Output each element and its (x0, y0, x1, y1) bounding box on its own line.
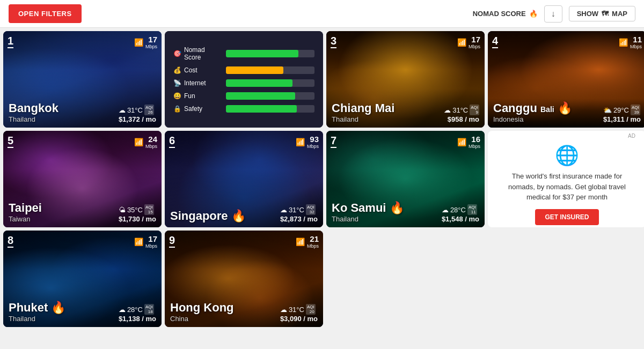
speed-number: 21 (310, 235, 319, 244)
city-card-taipei[interactable]: 5 📶 24 Mbps Taipei Taiwan 🌤 35°CAQI15 $1… (3, 131, 162, 227)
card-top: 3 📶 17 Mbps (331, 35, 480, 49)
card-cost: $958 / mo (444, 115, 479, 123)
weather-icon: 🌤 (119, 206, 126, 214)
city-rank: 4 (492, 35, 498, 48)
show-map-button[interactable]: SHOW 🗺 MAP (569, 6, 635, 21)
card-temperature: ⛅ 29°CAQI39 (603, 105, 641, 115)
card-cost: $1,138 / mo (119, 315, 156, 323)
speed-number: 16 (471, 135, 480, 144)
city-grid: 1 📶 17 Mbps Bangkok Thailand ☁ 31°CAQI26… (0, 28, 644, 330)
speed-number: 17 (148, 35, 157, 44)
city-card-chiangmai[interactable]: 3 📶 17 Mbps Chiang Mai Thailand ☁ 31°CAQ… (326, 31, 485, 128)
card-top: 1 📶 17 Mbps (8, 35, 157, 49)
city-card-phuket[interactable]: 8 📶 17 Mbps Phuket 🔥 Thailand ☁ 28°CAQI1… (3, 231, 162, 327)
speed-unit: Mbps (145, 44, 157, 50)
card-bottom: Hong Kong China ☁ 31°CAQI20 $3,090 / mo (170, 301, 318, 323)
city-name: Taipei (9, 201, 42, 215)
speed-number: 24 (148, 135, 157, 144)
get-insured-button[interactable]: GET INSURED (535, 209, 598, 225)
money-icon: 💰 (173, 66, 181, 74)
card-temperature: ☁ 31°CAQI20 (280, 304, 318, 315)
card-bottom: Canggu Bali 🔥 Indonesia ⛅ 29°CAQI39 $1,3… (493, 101, 641, 123)
city-name: Chiang Mai (332, 101, 394, 115)
card-cost: $1,311 / mo (603, 115, 641, 123)
ad-text: The world's first insurance made for nom… (499, 171, 635, 203)
card-weather-cost: ☁ 28°CAQI11 $1,548 / mo (442, 204, 479, 223)
card-speed: 📶 24 Mbps (134, 135, 157, 149)
weather-icon: ☁ (280, 206, 287, 214)
city-card-bangkok[interactable]: 1 📶 17 Mbps Bangkok Thailand ☁ 31°CAQI26… (3, 31, 162, 128)
speed-unit: Mbps (145, 144, 157, 150)
score-breakdown-card[interactable]: 🎯 Nomad Score 💰 Cost 📡 In (165, 31, 323, 128)
score-label-fun: 😀 Fun (173, 92, 222, 100)
city-rank: 8 (8, 235, 13, 248)
card-bottom: Singapore 🔥 ☁ 31°CAQI32 $2,873 / mo (170, 204, 318, 223)
card-speed: 📶 21 Mbps (296, 235, 319, 249)
city-country: China (170, 315, 234, 323)
city-rank: 1 (8, 35, 13, 48)
city-country: Thailand (9, 115, 58, 123)
speed-unit: Mbps (469, 144, 480, 150)
city-country: Indonesia (493, 115, 572, 123)
card-cost: $1,372 / mo (119, 115, 156, 123)
card-cost: $2,873 / mo (280, 215, 318, 223)
card-top: 9 📶 21 Mbps (169, 235, 319, 249)
score-row-cost: 💰 Cost (173, 66, 314, 74)
weather-icon: ☁ (444, 106, 451, 114)
city-name: Bangkok (9, 101, 58, 115)
wifi-icon: 📶 (134, 237, 143, 246)
nomad-score-text: NOMAD SCORE (473, 10, 526, 18)
card-temperature: ☁ 28°CAQI18 (119, 304, 156, 315)
card-top: 4 📶 11 Mbps (492, 35, 642, 49)
score-row-fun: 😀 Fun (173, 92, 314, 100)
card-weather-cost: ⛅ 29°CAQI39 $1,311 / mo (603, 105, 641, 123)
nomad-score-label: NOMAD SCORE 🔥 (473, 10, 538, 18)
wifi-icon: 📶 (296, 237, 305, 246)
aqi-badge: AQI20 (306, 304, 316, 315)
city-name: Phuket 🔥 (9, 301, 65, 315)
speed-unit: Mbps (145, 244, 157, 249)
score-row-safety: 🔒 Safety (173, 105, 314, 113)
score-bar-fill-internet (226, 79, 292, 87)
city-card-singapore[interactable]: 6 📶 93 Mbps Singapore 🔥 ☁ 31°CAQI32 $2,8… (165, 131, 323, 227)
city-rank: 3 (331, 35, 336, 48)
score-row-internet: 📡 Internet (173, 79, 314, 87)
open-filters-button[interactable]: OPEN FILTERS (9, 4, 82, 23)
city-card-hongkong[interactable]: 9 📶 21 Mbps Hong Kong China ☁ 31°CAQI20 … (165, 231, 323, 327)
score-bar-fill-safety (226, 105, 297, 113)
city-rank: 6 (169, 135, 175, 148)
show-map-text: SHOW (577, 10, 598, 18)
card-top: 5 📶 24 Mbps (8, 135, 157, 149)
wifi-icon: 📶 (457, 38, 466, 47)
card-weather-cost: 🌤 35°CAQI15 $1,730 / mo (119, 204, 156, 223)
weather-icon: ☁ (442, 206, 449, 214)
ad-logo-icon: 🌐 (555, 144, 579, 167)
card-speed: 📶 93 Mbps (296, 135, 319, 149)
card-cost: $1,548 / mo (442, 215, 479, 223)
city-country: Thailand (332, 115, 394, 123)
aqi-badge: AQI32 (306, 204, 316, 215)
city-card-kosamui[interactable]: 7 📶 16 Mbps Ko Samui 🔥 Thailand ☁ 28°CAQ… (326, 131, 485, 227)
card-speed: 📶 17 Mbps (134, 235, 157, 249)
city-country: Thailand (332, 215, 404, 223)
card-bottom: Phuket 🔥 Thailand ☁ 28°CAQI18 $1,138 / m… (9, 301, 156, 323)
wifi-icon: 📶 (134, 138, 143, 146)
card-weather-cost: ☁ 31°CAQI20 $3,090 / mo (280, 304, 318, 323)
card-temperature: ☁ 31°CAQI9 (444, 105, 479, 115)
speed-unit: Mbps (469, 44, 480, 50)
city-name: Ko Samui 🔥 (332, 201, 404, 215)
city-card-canggu[interactable]: 4 📶 11 Mbps Canggu Bali 🔥 Indonesia ⛅ 29… (488, 31, 644, 128)
smile-icon: 😀 (173, 92, 181, 100)
target-icon: 🎯 (173, 50, 181, 57)
city-country: Thailand (9, 315, 65, 323)
speed-number: 11 (633, 35, 642, 44)
top-right-controls: NOMAD SCORE 🔥 ↓ SHOW 🗺 MAP (473, 5, 635, 23)
lock-icon: 🔒 (173, 105, 181, 113)
city-country: Taiwan (9, 215, 42, 223)
card-speed: 📶 17 Mbps (134, 35, 157, 49)
sort-button[interactable]: ↓ (544, 5, 562, 23)
city-name: Singapore 🔥 (170, 209, 246, 223)
speed-number: 17 (471, 35, 480, 44)
speed-unit: Mbps (307, 244, 319, 249)
score-content: 🎯 Nomad Score 💰 Cost 📡 In (165, 31, 323, 128)
